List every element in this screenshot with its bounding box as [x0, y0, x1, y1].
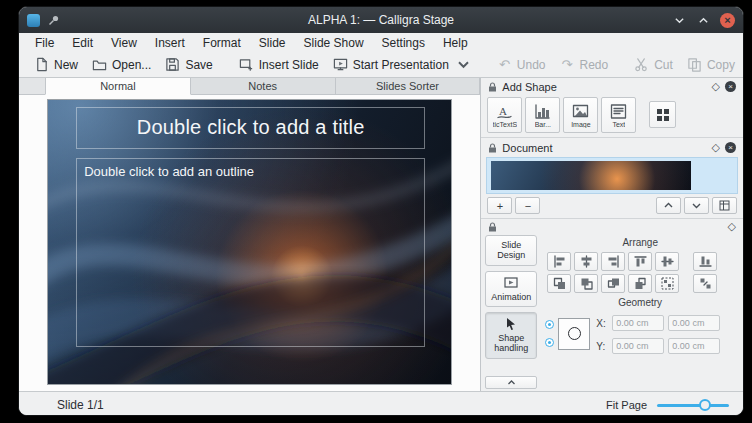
undo-icon: ↶	[497, 57, 512, 72]
tab-animation[interactable]: Animation	[485, 271, 537, 307]
send-to-back-button[interactable]	[628, 274, 652, 293]
maximize-icon[interactable]	[696, 13, 710, 27]
align-left-button[interactable]	[547, 252, 571, 271]
remove-slide-button[interactable]: −	[515, 197, 540, 214]
tab-shape-handling[interactable]: Shape handling	[485, 312, 537, 359]
new-button[interactable]: New	[27, 55, 85, 74]
grid-view-icon	[719, 200, 730, 211]
bar-chart-shape-button[interactable]: Bar...	[525, 97, 560, 133]
view-mode-button[interactable]	[712, 197, 737, 214]
scroll-tabs-up-button[interactable]	[485, 376, 537, 389]
menu-edit[interactable]: Edit	[72, 36, 93, 50]
menu-help[interactable]: Help	[443, 36, 468, 50]
raise-shape-button[interactable]	[547, 274, 571, 293]
text-shape-button[interactable]: Text	[601, 97, 636, 133]
tab-slides-sorter[interactable]: Slides Sorter	[336, 78, 481, 94]
tab-slide-design[interactable]: Slide Design	[485, 235, 537, 266]
menu-format[interactable]: Format	[203, 36, 241, 50]
menu-slide-show[interactable]: Slide Show	[304, 36, 364, 50]
paste-button: Paste	[742, 55, 744, 74]
cursor-arrow-icon	[504, 317, 518, 331]
menu-insert[interactable]: Insert	[155, 36, 185, 50]
slide-thumbnail-list[interactable]	[486, 157, 738, 194]
document-header: Document ◇ ×	[481, 139, 743, 156]
menu-settings[interactable]: Settings	[382, 36, 425, 50]
align-right-button[interactable]	[601, 252, 625, 271]
chevron-down-icon	[456, 57, 471, 72]
tool-options-docker: ◇ Slide Design Animation Shape handling	[481, 220, 743, 391]
save-button[interactable]: Save	[158, 55, 219, 74]
geometry-section-label: Geometry	[541, 297, 739, 308]
pin-icon[interactable]	[48, 14, 60, 26]
view-tabbar: Normal Notes Slides Sorter	[19, 78, 480, 95]
app-icon	[27, 14, 40, 27]
insert-slide-button[interactable]: Insert Slide	[232, 55, 326, 74]
float-docker-icon[interactable]: ◇	[728, 221, 736, 232]
fit-page-label[interactable]: Fit Page	[606, 399, 647, 411]
copy-icon	[687, 57, 702, 72]
editor-column: Normal Notes Slides Sorter Double click …	[19, 78, 481, 391]
outline-placeholder[interactable]: Double click to add an outline	[76, 158, 425, 347]
lower-shape-button[interactable]	[574, 274, 598, 293]
menu-file[interactable]: File	[35, 36, 54, 50]
align-top-button[interactable]	[628, 252, 652, 271]
close-button[interactable]: ×	[720, 13, 735, 28]
redo-button: ↷ Redo	[553, 55, 616, 74]
artistic-text-shape-button[interactable]: A ticTextS	[487, 97, 522, 133]
shape-collections-button[interactable]	[649, 101, 676, 128]
image-shape-button[interactable]: Image	[563, 97, 598, 133]
menu-slide[interactable]: Slide	[259, 36, 286, 50]
close-docker-icon[interactable]: ×	[725, 142, 736, 153]
add-slide-button[interactable]: +	[487, 197, 512, 214]
anchor-radio-top-left[interactable]	[545, 320, 554, 329]
zoom-slider-handle[interactable]	[699, 399, 711, 411]
shade-icon[interactable]	[672, 13, 686, 27]
lock-icon[interactable]	[488, 222, 497, 232]
menu-view[interactable]: View	[111, 36, 137, 50]
copy-button: Copy	[680, 55, 742, 74]
slide-canvas[interactable]: Double click to add a title Double click…	[19, 95, 480, 391]
float-docker-icon[interactable]: ◇	[712, 142, 720, 153]
zoom-slider-track[interactable]	[657, 404, 729, 407]
position-anchor-widget[interactable]	[545, 313, 590, 354]
tab-normal[interactable]: Normal	[45, 78, 191, 95]
start-presentation-button[interactable]: Start Presentation	[326, 55, 478, 74]
new-document-icon	[34, 57, 49, 72]
group-shapes-button[interactable]	[655, 274, 679, 293]
geometry-controls: X: Y:	[545, 313, 739, 354]
lock-icon[interactable]	[488, 143, 497, 153]
anchor-preview[interactable]	[558, 318, 590, 350]
close-docker-icon[interactable]: ×	[725, 81, 736, 92]
slide-thumbnail[interactable]	[491, 161, 691, 190]
slide-indicator: Slide 1/1	[57, 398, 104, 412]
move-slide-down-button[interactable]	[684, 197, 709, 214]
bring-to-front-button[interactable]	[601, 274, 625, 293]
align-hcenter-button[interactable]	[574, 252, 598, 271]
arrange-row-2	[547, 274, 739, 293]
float-docker-icon[interactable]: ◇	[712, 81, 720, 92]
align-vcenter-button[interactable]	[655, 252, 679, 271]
window-title: ALPHA 1: — Calligra Stage	[19, 13, 743, 27]
align-bottom-button[interactable]	[693, 252, 717, 271]
redo-icon: ↷	[560, 57, 575, 72]
titlebar[interactable]: ALPHA 1: — Calligra Stage ×	[19, 7, 743, 33]
start-presentation-icon	[333, 57, 348, 72]
zoom-slider[interactable]	[657, 398, 729, 412]
title-placeholder[interactable]: Double click to add a title	[76, 107, 425, 148]
width-field	[668, 315, 720, 331]
tool-tabs: Slide Design Animation Shape handling	[485, 233, 537, 389]
lock-icon[interactable]	[488, 82, 497, 92]
move-slide-up-button[interactable]	[656, 197, 681, 214]
open-button[interactable]: Open...	[85, 55, 158, 74]
cut-button: Cut	[627, 55, 680, 74]
chevron-down-icon	[691, 200, 702, 211]
anchor-radio-bottom-left[interactable]	[545, 338, 554, 347]
image-icon	[572, 103, 589, 120]
slide[interactable]: Double click to add a title Double click…	[47, 99, 452, 385]
tab-notes[interactable]: Notes	[191, 78, 336, 94]
cut-icon	[634, 57, 649, 72]
ungroup-shapes-button[interactable]	[693, 274, 717, 293]
main-toolbar: New Open... Save Insert Slide Start Pres…	[19, 52, 743, 78]
add-shape-header: Add Shape ◇ ×	[481, 78, 743, 95]
docker-title: Add Shape	[502, 81, 556, 93]
